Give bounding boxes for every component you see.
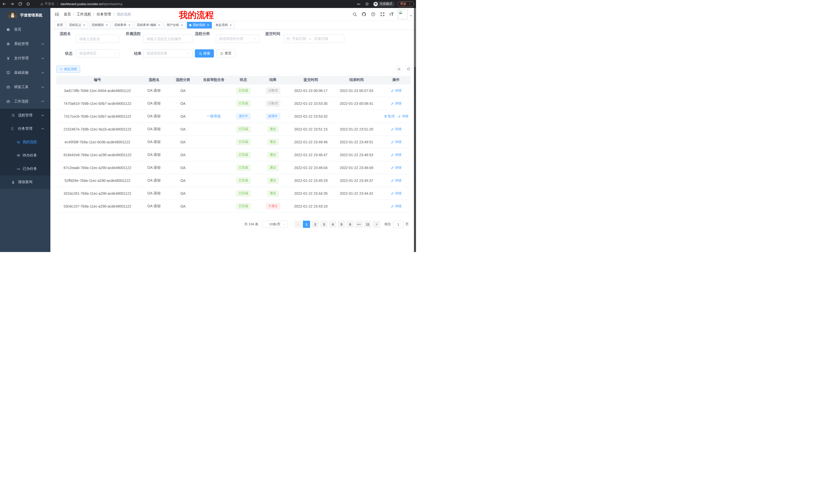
dashboard-icon [6,27,10,32]
app-title: 芋道管理系统 [20,13,43,18]
sidebar-item[interactable]: 支付管理 [0,51,50,65]
breadcrumb-item[interactable]: 工作流程 [77,12,91,17]
detail-action-button[interactable]: 详情 [391,101,401,106]
tag-item[interactable]: 流程模型 [89,22,110,29]
page-button[interactable]: 3 [320,221,328,228]
goto-page-input[interactable] [393,221,404,228]
url-host[interactable]: dashboard.yudao.iocoder.cn [61,2,103,6]
cell-status: 已完成 [231,123,256,135]
refresh-table-button[interactable] [405,65,412,73]
process-name-input[interactable] [76,35,119,43]
reset-button-label: 重置 [225,51,231,56]
tag-item[interactable]: 发起流程 [213,22,234,29]
back-icon[interactable] [2,2,6,6]
url-path[interactable]: /bpm/task/my [103,2,122,6]
tag-label: 流程表单 [114,23,127,27]
sidebar-item[interactable]: 流程管理 [0,109,50,122]
detail-action-button[interactable]: 详情 [391,178,401,183]
start-date-placeholder[interactable]: 开始日期 [292,36,306,41]
search-icon[interactable] [352,12,357,17]
cell-process-name: OA 请假 [138,161,170,174]
page-button[interactable]: 2 [312,221,319,228]
sidebar-item[interactable]: 基础设施 [0,65,50,80]
sidebar-item[interactable]: 系统管理 [0,37,50,51]
site-security[interactable]: 不安全 [40,2,54,6]
sidebar-item[interactable]: 工作流程 [0,94,50,109]
tag-item[interactable]: 首页 [54,22,65,29]
hamburger-icon[interactable] [54,12,60,17]
sidebar-item[interactable]: 请假查询 [0,175,50,189]
toggle-search-button[interactable] [395,65,402,73]
detail-action-button[interactable]: 详情 [391,191,401,196]
next-page-button[interactable] [373,221,380,228]
detail-action-button[interactable]: 详情 [391,204,401,208]
tag-item[interactable]: 用户分组 [164,22,186,29]
reload-icon[interactable] [18,2,22,6]
reset-button[interactable]: 重置 [216,49,235,58]
font-size-icon[interactable]: TT [389,12,394,17]
process-definition-input[interactable] [143,35,192,43]
scrollbar-thumb[interactable] [414,8,416,67]
result-badge: 已取消 [266,88,280,94]
page-button[interactable]: 1 [303,221,310,228]
tag-item[interactable]: 流程定义 [67,22,88,29]
current-task-link[interactable]: 一级审批 [207,114,221,119]
result-select[interactable]: 请选择流结果 [143,49,192,58]
create-process-button[interactable]: 发起流程 [56,65,80,73]
prev-page-button[interactable] [294,221,301,228]
process-name-input-field[interactable] [76,35,119,43]
page-button[interactable]: 4 [329,221,336,228]
password-key-icon[interactable] [357,2,361,6]
update-button[interactable]: 更新 [397,1,414,7]
search-button[interactable]: 搜索 [195,49,214,58]
close-icon [158,24,161,26]
detail-action-button[interactable]: 详情 [391,88,401,93]
detail-action-button[interactable]: 详情 [391,152,401,157]
page-size-select[interactable]: 10条/页 [262,221,288,228]
sidebar-item[interactable]: 研发工具 [0,80,50,94]
page-button[interactable]: 11 [364,221,371,228]
detail-action-button[interactable]: 详情 [398,114,409,119]
detail-action-button[interactable]: 详情 [391,165,401,170]
action-label: 详情 [395,101,401,106]
submit-time-range-picker[interactable]: 开始日期 - 结束日期 [284,35,344,43]
magnifier-icon [397,67,401,71]
column-header: 操作 [382,76,411,84]
cell-process-id: ec45f38f-7b9a-11ec-b03b-acde48001122 [56,136,138,148]
home-icon[interactable] [26,2,30,6]
tag-item[interactable]: 流程表单 [112,22,133,29]
browser-scrollbar[interactable] [414,8,416,252]
breadcrumb-item[interactable]: 首页 [64,12,71,17]
process-definition-input-field[interactable] [144,35,192,43]
status-select[interactable]: 请选择状态 [76,49,119,58]
result-badge: 通过 [267,165,279,171]
detail-action-button[interactable]: 详情 [391,140,401,144]
cell-submit-time: 2022-01-22 23:53:32 [290,110,331,122]
tag-active[interactable]: 我的流程 [187,22,212,29]
caret-down-icon[interactable] [410,15,412,17]
help-icon[interactable] [371,12,375,17]
github-icon[interactable] [362,12,366,17]
bookmark-star-icon[interactable] [365,2,369,6]
page-button[interactable]: 6 [346,221,354,228]
column-header: 编号 [56,76,138,84]
page-ellipsis[interactable]: ••• [355,221,363,228]
sidebar-item[interactable]: 待办任务 [0,149,50,162]
forward-icon[interactable] [10,2,15,6]
sidebar-item[interactable]: 任务管理 [0,122,50,135]
category-select[interactable]: 请选择流程分类 [216,35,259,43]
cancel-action-button[interactable]: 取消 [384,114,395,119]
tag-item[interactable]: 流程表单-编辑 [134,22,163,29]
sidebar-item[interactable]: 已办任务 [0,162,50,175]
end-date-placeholder[interactable]: 结束日期 [314,36,328,41]
sidebar-item[interactable]: 首页 [0,22,50,37]
sidebar-item[interactable]: 我的流程 [0,135,50,149]
page-button[interactable]: 5 [338,221,345,228]
cell-end-time: 2022-01-22 23:46:53 [331,148,382,161]
browser-menu-icon[interactable] [408,3,411,6]
app-logo[interactable]: 芋道管理系统 [0,8,50,22]
breadcrumb-item[interactable]: 任务管理 [97,12,111,17]
detail-action-button[interactable]: 详情 [391,127,401,132]
avatar[interactable] [398,9,408,19]
fullscreen-icon[interactable] [380,12,385,17]
